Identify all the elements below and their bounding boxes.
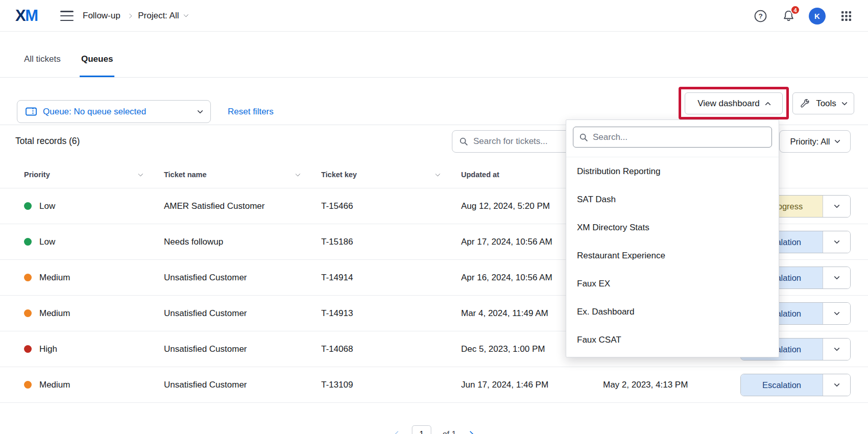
column-header-priority[interactable]: Priority: [24, 171, 50, 179]
wrench-icon: [800, 99, 810, 108]
svg-text:?: ?: [758, 12, 762, 20]
page-number-box[interactable]: 1: [412, 425, 431, 434]
priority-label: Low: [39, 237, 55, 247]
prev-page-icon[interactable]: [394, 430, 402, 434]
ticket-key: T-13109: [321, 380, 353, 390]
pagination: 1 of 1: [395, 425, 473, 434]
status-dropdown[interactable]: Escalation: [740, 374, 851, 396]
help-icon: ?: [754, 9, 767, 23]
chevron-right-icon: [127, 13, 131, 18]
breadcrumb: Follow-up Project: All: [83, 0, 187, 32]
status-chevron-button[interactable]: [823, 374, 850, 396]
view-dashboard-menu: Distribution Reporting SAT Dash XM Direc…: [566, 119, 779, 357]
priority-dot: [24, 381, 32, 389]
ticket-key: T-14914: [321, 273, 353, 283]
reset-filters-link[interactable]: Reset filters: [228, 100, 274, 123]
breadcrumb-section[interactable]: Follow-up: [83, 11, 120, 21]
queue-selector[interactable]: Queue: No queue selected: [17, 100, 211, 123]
chevron-down-icon: [841, 100, 847, 105]
chevron-down-icon: [834, 274, 839, 279]
priority-dot: [24, 202, 32, 210]
status-chevron-button[interactable]: [823, 267, 850, 288]
priority-dot: [24, 345, 32, 353]
next-page-icon[interactable]: [466, 430, 474, 434]
dashboard-search-input[interactable]: [593, 132, 766, 142]
hamburger-bar: [60, 15, 74, 17]
app-switcher-button[interactable]: [838, 8, 854, 23]
chevron-down-icon[interactable]: [436, 172, 440, 176]
ticket-key: T-15466: [321, 201, 353, 211]
priority-dot: [24, 309, 32, 317]
priority-cell: Medium: [24, 308, 70, 319]
menu-item-dashboard[interactable]: Faux EX: [566, 270, 779, 298]
created-at: May 2, 2023, 4:13 PM: [603, 380, 688, 390]
search-icon: [579, 133, 588, 142]
breadcrumb-project-selector[interactable]: Project: All: [138, 11, 187, 21]
status-chevron-button[interactable]: [823, 339, 850, 360]
hamburger-menu-icon[interactable]: [60, 11, 74, 21]
breadcrumb-project-label: Project: All: [138, 11, 179, 21]
tab-queues[interactable]: Queues: [81, 54, 113, 77]
column-header-ticket-key[interactable]: Ticket key: [321, 171, 357, 179]
table-row[interactable]: Medium Unsatisfied Customer T-13109 Jun …: [0, 367, 868, 402]
chevron-down-icon: [834, 345, 839, 351]
priority-filter-label: Priority: All: [790, 137, 830, 147]
chevron-down-icon: [834, 309, 839, 315]
ticket-tabs: All tickets Queues: [0, 32, 868, 78]
priority-cell: Low: [24, 237, 55, 247]
queue-selector-label: Queue: No queue selected: [43, 107, 192, 117]
priority-cell: High: [24, 344, 57, 354]
notifications-button[interactable]: 4: [781, 8, 796, 23]
ticket-key: T-14068: [321, 344, 353, 354]
ticket-name: Unsatisfied Customer: [164, 344, 247, 354]
priority-dot: [24, 238, 32, 246]
menu-item-dashboard[interactable]: XM Directory Stats: [566, 213, 779, 242]
chevron-down-icon: [834, 238, 839, 244]
ticket-icon: [26, 107, 37, 116]
total-records-label: Total records (6): [15, 136, 80, 147]
avatar[interactable]: K: [809, 8, 826, 25]
priority-label: High: [39, 344, 57, 354]
tools-button[interactable]: Tools: [792, 92, 854, 114]
chevron-down-icon[interactable]: [296, 172, 300, 176]
updated-at: Mar 4, 2024, 11:49 AM: [461, 308, 548, 319]
priority-filter[interactable]: Priority: All: [779, 130, 851, 153]
hamburger-bar: [60, 11, 74, 12]
updated-at: Jun 17, 2024, 1:46 PM: [461, 380, 548, 390]
column-header-updated-at[interactable]: Updated at: [461, 171, 499, 179]
menu-item-dashboard[interactable]: Ex. Dashboard: [566, 298, 779, 326]
updated-at: Apr 17, 2024, 10:56 AM: [461, 237, 552, 247]
page-of-label: of 1: [443, 430, 456, 434]
grid-icon: [840, 10, 852, 22]
status-badge[interactable]: Escalation: [741, 374, 823, 396]
logo-letter-m: M: [25, 7, 37, 25]
ticket-key: T-15186: [321, 237, 353, 247]
status-chevron-button[interactable]: [823, 231, 850, 253]
priority-label: Medium: [39, 273, 70, 283]
updated-at: Dec 5, 2023, 1:00 PM: [461, 344, 545, 354]
chevron-down-icon[interactable]: [138, 172, 143, 176]
chevron-down-icon: [835, 137, 840, 143]
status-chevron-button[interactable]: [823, 303, 850, 324]
view-dashboard-button[interactable]: View dashboard: [685, 92, 783, 114]
breadcrumb-section-label: Follow-up: [83, 11, 120, 21]
help-button[interactable]: ?: [753, 8, 768, 23]
priority-dot: [24, 274, 32, 281]
tab-all-tickets[interactable]: All tickets: [24, 54, 61, 77]
menu-item-dashboard[interactable]: SAT Dash: [566, 185, 779, 213]
tools-label: Tools: [816, 99, 836, 109]
xm-logo[interactable]: XM: [15, 7, 38, 25]
ticket-name: Unsatisfied Customer: [164, 273, 247, 283]
menu-item-dashboard[interactable]: Restaurant Experience: [566, 242, 779, 270]
status-chevron-button[interactable]: [823, 196, 850, 217]
dashboard-search: [573, 127, 772, 148]
dashboard-menu-items: Distribution Reporting SAT Dash XM Direc…: [566, 157, 779, 354]
column-header-ticket-name[interactable]: Ticket name: [164, 171, 207, 179]
priority-cell: Medium: [24, 273, 70, 283]
ticket-name: Unsatisfied Customer: [164, 308, 247, 319]
hamburger-bar: [60, 20, 74, 21]
menu-item-dashboard[interactable]: Faux CSAT: [566, 326, 779, 354]
chevron-down-icon: [183, 12, 188, 17]
priority-label: Medium: [39, 308, 70, 319]
menu-item-dashboard[interactable]: Distribution Reporting: [566, 157, 779, 185]
